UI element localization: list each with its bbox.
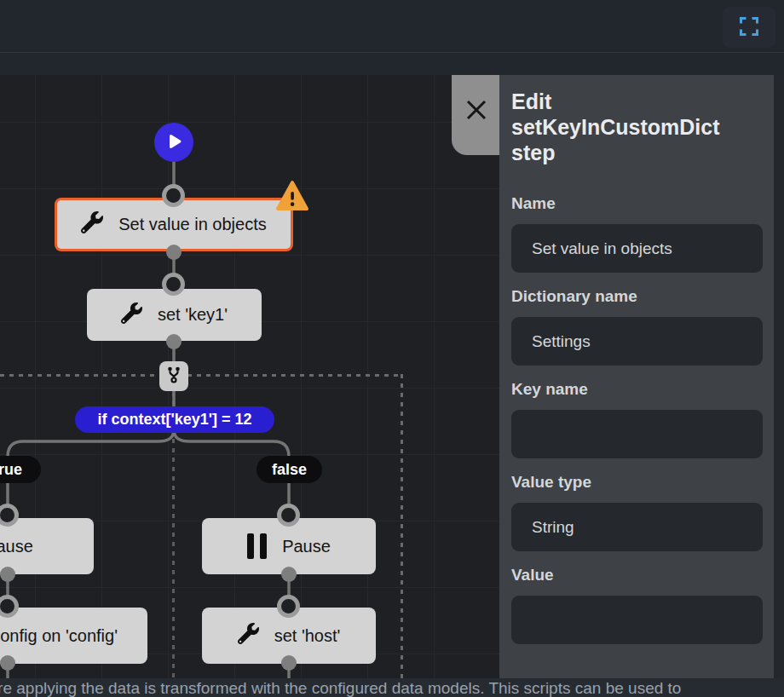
top-bar bbox=[0, 0, 784, 75]
pause-icon bbox=[247, 533, 267, 559]
fullscreen-button[interactable] bbox=[723, 7, 775, 48]
panel-title: Edit setKeyInCustomDict step bbox=[511, 89, 751, 165]
warning-icon bbox=[276, 180, 308, 212]
panel-scrollbar-track[interactable] bbox=[774, 75, 784, 678]
condition-pill[interactable]: if context['key1'] = 12 bbox=[75, 406, 274, 433]
panel-close-button[interactable] bbox=[452, 75, 500, 155]
close-icon bbox=[464, 97, 489, 125]
name-field[interactable] bbox=[511, 224, 763, 273]
fork-icon bbox=[164, 365, 184, 389]
port-dot bbox=[0, 567, 15, 582]
field-label-dictionary-name: Dictionary name bbox=[511, 287, 751, 306]
step-label: Set value in objects bbox=[118, 215, 266, 234]
footer-text: Before applying the data is transformed … bbox=[0, 679, 681, 697]
field-label-value-type: Value type bbox=[511, 473, 751, 492]
field-label-name: Name bbox=[511, 194, 751, 213]
port-dot bbox=[281, 567, 297, 582]
branch-false-pill: false bbox=[257, 456, 322, 483]
wrench-icon bbox=[238, 623, 259, 648]
port-dot bbox=[166, 245, 182, 260]
branch-false-label: false bbox=[272, 461, 307, 479]
port-ring bbox=[162, 184, 185, 207]
step-label: set 'key1' bbox=[158, 305, 228, 325]
key-name-field[interactable] bbox=[511, 410, 763, 458]
port-ring bbox=[277, 595, 300, 618]
if-fork-node[interactable] bbox=[159, 361, 188, 391]
field-label-value: Value bbox=[511, 566, 751, 585]
port-ring bbox=[162, 273, 185, 296]
port-dot bbox=[166, 334, 182, 349]
condition-label: if context['key1'] = 12 bbox=[97, 411, 251, 429]
port-dot bbox=[281, 655, 297, 671]
step-label: Pause bbox=[282, 537, 331, 556]
step-label: set config on 'config' bbox=[0, 626, 118, 646]
wrench-icon bbox=[81, 211, 103, 238]
value-type-field[interactable] bbox=[511, 503, 763, 551]
branch-true-pill: true bbox=[0, 456, 41, 483]
port-dot bbox=[0, 655, 15, 671]
step-label: Pause bbox=[0, 537, 33, 556]
step-node-set-config[interactable]: set config on 'config' bbox=[0, 608, 147, 664]
start-node[interactable] bbox=[154, 123, 193, 162]
topbar-divider bbox=[0, 52, 784, 53]
step-node-pause-true-branch[interactable]: Pause bbox=[0, 518, 94, 574]
field-label-key-name: Key name bbox=[511, 380, 751, 399]
branch-true-label: true bbox=[0, 461, 22, 479]
edit-step-panel: Edit setKeyInCustomDict step Name Dictio… bbox=[499, 75, 784, 678]
play-icon bbox=[163, 130, 185, 155]
step-label: set 'host' bbox=[274, 626, 341, 646]
footer-description-strip: Before applying the data is transformed … bbox=[0, 678, 784, 697]
wrench-icon bbox=[121, 302, 142, 328]
port-ring bbox=[277, 504, 300, 527]
dictionary-name-field[interactable] bbox=[511, 317, 763, 366]
fullscreen-icon bbox=[739, 16, 759, 39]
step-node-set-key1[interactable]: set 'key1' bbox=[87, 289, 262, 341]
value-field[interactable] bbox=[511, 596, 763, 644]
